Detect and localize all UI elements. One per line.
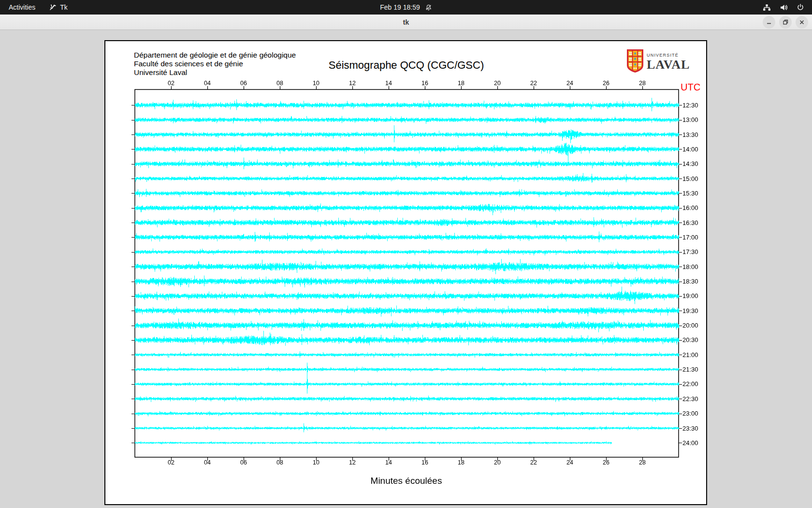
x-tick-label-top: 16	[421, 80, 428, 87]
utc-time-label: 13:30	[682, 131, 698, 138]
utc-time-label: 21:00	[682, 351, 698, 359]
x-tick-label-top: 04	[204, 80, 211, 87]
x-tick-label-bottom: 12	[349, 459, 356, 466]
tk-window-body: Département de géologie et de génie géol…	[0, 30, 812, 508]
x-tick-label-bottom: 10	[313, 459, 319, 466]
x-tick-label-bottom: 26	[603, 459, 609, 466]
x-tick-label-bottom: 02	[168, 459, 174, 466]
x-tick-label-bottom: 08	[276, 459, 283, 466]
x-tick-label-top: 14	[385, 80, 392, 87]
x-tick-label-top: 20	[494, 80, 501, 87]
utc-time-label: 20:30	[682, 336, 698, 344]
utc-time-label: 15:00	[682, 175, 698, 182]
x-tick-label-top: 06	[240, 80, 247, 87]
x-tick-label-bottom: 16	[421, 459, 428, 466]
tk-app-icon	[49, 3, 57, 11]
helicorder-trace-plot	[105, 41, 707, 504]
x-tick-label-top: 22	[530, 80, 537, 87]
utc-time-label: 21:30	[682, 366, 698, 373]
x-tick-label-top: 28	[639, 80, 646, 87]
utc-time-label: 17:30	[682, 248, 698, 255]
x-tick-label-bottom: 06	[240, 459, 247, 466]
x-axis-title: Minutes écoulées	[105, 476, 707, 486]
utc-time-label: 22:30	[682, 395, 698, 403]
clock-label: Feb 19 18:59	[380, 3, 420, 11]
x-tick-label-bottom: 14	[385, 459, 392, 466]
utc-time-label: 19:00	[682, 292, 698, 299]
utc-time-label: 14:00	[682, 146, 698, 153]
x-tick-label-bottom: 18	[458, 459, 464, 466]
x-tick-label-top: 10	[313, 80, 319, 87]
x-tick-label-bottom: 22	[530, 459, 537, 466]
x-tick-label-top: 12	[349, 80, 356, 87]
clock-menu[interactable]: Feb 19 18:59	[380, 0, 432, 15]
utc-time-label: 22:00	[682, 380, 698, 388]
utc-time-label: 24:00	[682, 439, 698, 447]
network-icon	[763, 3, 771, 12]
seismograph-canvas-area: Département de géologie et de génie géol…	[104, 40, 707, 505]
utc-time-label: 14:30	[682, 160, 698, 167]
x-tick-label-top: 26	[603, 80, 609, 87]
utc-time-label: 12:30	[682, 102, 698, 109]
window-title: tk	[403, 15, 409, 30]
close-button[interactable]	[796, 16, 808, 29]
utc-time-label: 23:30	[682, 425, 698, 432]
activities-button[interactable]: Activities	[0, 0, 44, 15]
gnome-top-bar: Activities Tk Feb 19 18:59	[0, 0, 812, 15]
maximize-button[interactable]	[779, 16, 792, 29]
power-icon	[797, 3, 804, 11]
utc-time-label: 18:00	[682, 263, 698, 270]
minimize-button[interactable]	[763, 16, 775, 29]
app-menu[interactable]: Tk	[44, 0, 72, 15]
utc-time-label: 15:30	[682, 190, 698, 197]
x-tick-label-bottom: 20	[494, 459, 501, 466]
x-tick-label-top: 08	[276, 80, 283, 87]
utc-time-label: 16:00	[682, 204, 698, 211]
utc-time-label: 16:30	[682, 219, 698, 226]
x-tick-label-top: 18	[458, 80, 464, 87]
app-menu-label: Tk	[60, 3, 68, 11]
window-title-bar[interactable]: tk	[0, 15, 812, 30]
x-tick-label-top: 24	[566, 80, 573, 87]
utc-time-label: 18:30	[682, 278, 698, 285]
volume-icon	[780, 3, 788, 12]
x-tick-label-bottom: 28	[639, 459, 646, 466]
utc-time-label: 13:00	[682, 116, 698, 123]
utc-time-label: 19:30	[682, 307, 698, 314]
utc-time-label: 17:00	[682, 234, 698, 241]
utc-time-label: 23:00	[682, 410, 698, 417]
notifications-off-icon	[425, 4, 432, 11]
utc-time-label: 20:00	[682, 322, 698, 329]
x-tick-label-bottom: 04	[204, 459, 211, 466]
utc-axis-label: UTC	[681, 82, 700, 93]
x-tick-label-top: 02	[168, 80, 174, 87]
system-status-area[interactable]	[755, 0, 812, 15]
x-tick-label-bottom: 24	[566, 459, 573, 466]
